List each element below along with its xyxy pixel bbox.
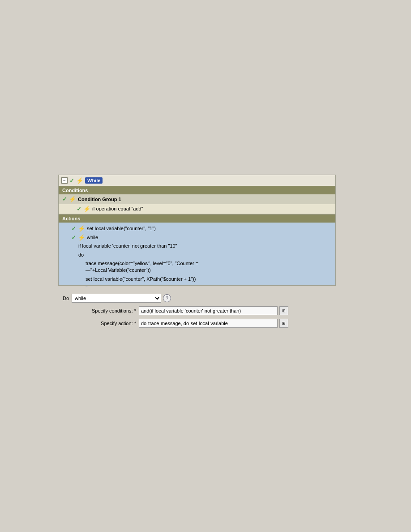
conditions-field-label: Specify conditions: <box>58 308 139 313</box>
help-icon: ? <box>166 296 168 301</box>
condition-group-label: Condition Group 1 <box>78 197 121 202</box>
header-check-icon: ✓ <box>69 177 74 184</box>
conditions-grid-button[interactable]: ⊞ <box>279 306 288 315</box>
action-field-wrapper: ⊞ <box>139 319 288 328</box>
action1-check-icon: ✓ <box>71 225 76 232</box>
action3-text: if local variable 'counter' not greater … <box>78 243 177 249</box>
conditions-section: Conditions ✓ ⚡ Condition Group 1 ✓ ⚡ if … <box>58 186 336 215</box>
condition-item-row[interactable]: ✓ ⚡ if operation equal "add" <box>59 204 335 214</box>
grid-icon: ⊞ <box>282 309 286 313</box>
action-row-6: set local variable("counter", XPath("$co… <box>62 275 332 283</box>
action-field-label: Specify action: <box>58 321 139 326</box>
action2-lightning-icon: ⚡ <box>78 234 85 241</box>
group-check-icon: ✓ <box>62 196 67 202</box>
group-lightning-icon: ⚡ <box>69 196 76 202</box>
do-select[interactable]: while <box>72 294 161 303</box>
do-select-wrapper: while ? <box>72 294 171 303</box>
action-row-3: if local variable 'counter' not greater … <box>62 242 332 250</box>
action2-text: while <box>87 234 98 241</box>
action2-check-icon: ✓ <box>71 234 76 241</box>
condition-item-text: if operation equal "add" <box>92 206 143 212</box>
action-grid-icon: ⊞ <box>282 321 286 326</box>
item-lightning-icon: ⚡ <box>83 206 90 212</box>
action4-text: do <box>78 252 84 258</box>
action6-text: set local variable("counter", XPath("$co… <box>86 276 196 283</box>
while-badge: While <box>85 177 103 184</box>
action-row-1: ✓ ⚡ set local variable("counter", "1") <box>62 224 332 233</box>
conditions-row: Specify conditions: ⊞ <box>58 306 336 315</box>
help-button[interactable]: ? <box>163 294 171 302</box>
header-lightning-icon: ⚡ <box>76 177 83 184</box>
main-panel: − ✓ ⚡ While Conditions ✓ ⚡ Condition Gro… <box>58 175 336 331</box>
do-row: Do while ? <box>58 294 336 303</box>
action-row-5: trace message(color="yellow", level="0",… <box>62 259 332 275</box>
do-label: Do <box>58 296 72 301</box>
action-field-row: Specify action: ⊞ <box>58 319 336 328</box>
condition-group-row[interactable]: ✓ ⚡ Condition Group 1 <box>59 194 335 204</box>
action-content: ✓ ⚡ set local variable("counter", "1") ✓… <box>59 223 335 285</box>
conditions-label: Conditions <box>62 188 88 193</box>
form-section: Do while ? Specify conditions: ⊞ Sp <box>58 294 336 328</box>
item-check-icon: ✓ <box>77 206 81 212</box>
header-bar: − ✓ ⚡ While <box>58 175 336 186</box>
action1-text: set local variable("counter", "1") <box>87 225 156 232</box>
conditions-field-wrapper: ⊞ <box>139 306 288 315</box>
conditions-input[interactable] <box>139 306 278 315</box>
action-row-4: do <box>62 251 332 259</box>
actions-header: Actions <box>59 215 335 223</box>
collapse-icon: − <box>63 178 66 183</box>
action-input[interactable] <box>139 319 278 328</box>
conditions-header: Conditions <box>59 186 335 194</box>
action-row-2: ✓ ⚡ while <box>62 233 332 242</box>
action-grid-button[interactable]: ⊞ <box>279 319 288 328</box>
collapse-button[interactable]: − <box>61 177 68 184</box>
action5-text: trace message(color="yellow", level="0",… <box>86 260 198 274</box>
actions-section: Actions ✓ ⚡ set local variable("counter"… <box>58 215 336 286</box>
action1-lightning-icon: ⚡ <box>78 225 85 232</box>
actions-label: Actions <box>62 216 80 221</box>
